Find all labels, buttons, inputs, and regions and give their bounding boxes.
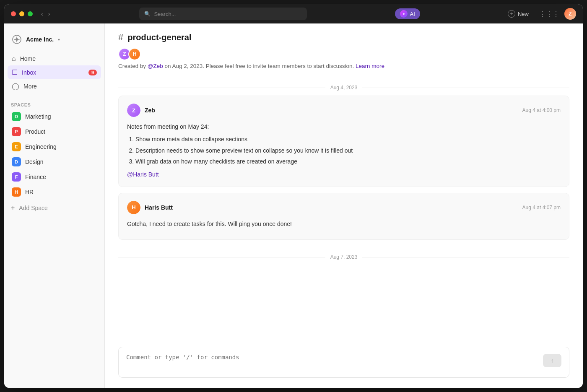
grid-icon[interactable]: ⋮⋮⋮ (539, 10, 559, 18)
forward-button[interactable]: › (47, 10, 52, 18)
back-button[interactable]: ‹ (39, 10, 45, 18)
sidebar-item-product[interactable]: P Product (8, 124, 101, 139)
description-prefix: Created by (118, 63, 148, 69)
product-badge: P (12, 127, 21, 136)
engineering-badge: E (12, 142, 21, 151)
list-item-1: Show more meta data on collapse sections (135, 135, 561, 144)
message-author-zeb: Z Zeb (127, 104, 155, 117)
svg-point-1 (16, 38, 18, 41)
hr-badge: H (12, 187, 21, 197)
sidebar-item-inbox[interactable]: ☐ Inbox 9 (8, 65, 101, 79)
message-time-haris: Aug 4 at 4:07 pm (522, 205, 561, 210)
add-space-button[interactable]: + Add Space (4, 201, 104, 215)
marketing-badge: D (12, 112, 21, 121)
comment-input[interactable] (126, 354, 543, 371)
ai-button[interactable]: ✦ AI (395, 8, 420, 19)
channel-header: # product-general Z H Created by @Zeb on… (105, 23, 583, 76)
title-bar: ‹ › 🔍 ✦ AI + New ⋮⋮⋮ Z (4, 4, 583, 23)
list-item-3: Will grab data on how many checklists ar… (135, 157, 561, 166)
more-label: More (23, 83, 37, 90)
author-name-haris: Haris Butt (145, 204, 173, 211)
new-label: New (518, 11, 529, 17)
close-button[interactable] (11, 11, 16, 16)
workspace-header[interactable]: Acme Inc. ▾ (4, 30, 104, 52)
title-bar-right: + New ⋮⋮⋮ Z (508, 8, 576, 20)
description-mention: @Zeb (148, 63, 163, 69)
workspace-logo (11, 34, 23, 45)
nav-arrows: ‹ › (39, 10, 52, 18)
avatar-haris: H (127, 201, 140, 214)
send-button[interactable]: ↑ (543, 354, 561, 367)
sidebar-item-hr[interactable]: H HR (8, 184, 101, 200)
plus-circle-icon: + (508, 10, 515, 18)
more-icon: ◯ (12, 82, 19, 90)
message-header-haris: H Haris Butt Aug 4 at 4:07 pm (127, 201, 561, 214)
divider (534, 10, 534, 18)
messages-area: Aug 4, 2023 Z Zeb Aug 4 at 4:00 pm (105, 76, 583, 340)
add-space-label: Add Space (19, 205, 48, 211)
channel-title-row: # product-general (118, 32, 569, 43)
chevron-down-icon: ▾ (58, 37, 60, 42)
description-suffix: on Aug 2, 2023. Please feel free to invi… (163, 63, 356, 69)
finance-badge: F (12, 172, 21, 182)
channel-area: # product-general Z H Created by @Zeb on… (105, 23, 583, 388)
sidebar-item-finance[interactable]: F Finance (8, 169, 101, 184)
nav-items: ⌂ Home ☐ Inbox 9 ◯ More (4, 52, 104, 93)
sidebar-item-more[interactable]: ◯ More (8, 79, 101, 93)
new-button[interactable]: + New (508, 10, 529, 18)
sidebar-item-marketing[interactable]: D Marketing (8, 109, 101, 124)
message-card-haris: H Haris Butt Aug 4 at 4:07 pm Gotcha, I … (118, 193, 569, 240)
author-name-zeb: Zeb (145, 107, 155, 114)
sidebar-item-engineering[interactable]: E Engineering (8, 139, 101, 154)
product-label: Product (25, 128, 45, 135)
learn-more-link[interactable]: Learn more (356, 63, 384, 69)
home-label: Home (20, 55, 36, 62)
comment-box: ↑ (118, 347, 569, 378)
search-bar[interactable]: 🔍 (139, 8, 307, 20)
date-divider-aug4: Aug 4, 2023 (118, 76, 569, 96)
search-input[interactable] (154, 11, 302, 17)
message-header-zeb: Z Zeb Aug 4 at 4:00 pm (127, 104, 561, 117)
date-divider-aug7: Aug 7, 2023 (118, 246, 569, 265)
engineering-label: Engineering (25, 143, 57, 150)
date-aug7: Aug 7, 2023 (330, 254, 358, 260)
design-badge: D (12, 157, 21, 166)
traffic-lights (11, 11, 33, 16)
avatar-zeb: Z (127, 104, 140, 117)
channel-title: product-general (127, 33, 191, 42)
sidebar: Acme Inc. ▾ ⌂ Home ☐ Inbox 9 ◯ More Spa (4, 23, 105, 388)
message-time-zeb: Aug 4 at 4:00 pm (522, 107, 561, 113)
spaces-section-label: Spaces (4, 100, 104, 109)
design-label: Design (25, 158, 44, 165)
search-icon: 🔍 (144, 11, 151, 17)
message-author-haris: H Haris Butt (127, 201, 173, 214)
finance-label: Finance (25, 174, 46, 180)
mention-haris[interactable]: @Haris Butt (127, 171, 159, 178)
user-avatar[interactable]: Z (564, 8, 576, 20)
member-avatars: Z H (118, 48, 569, 60)
marketing-label: Marketing (25, 113, 51, 120)
message-card-zeb: Z Zeb Aug 4 at 4:00 pm Notes from meetin… (118, 96, 569, 187)
sidebar-item-design[interactable]: D Design (8, 154, 101, 169)
add-icon: + (11, 204, 15, 212)
ai-icon: ✦ (400, 10, 408, 18)
date-aug4: Aug 4, 2023 (330, 85, 358, 91)
space-items: D Marketing P Product E Engineering D De… (4, 109, 104, 200)
inbox-badge: 9 (88, 70, 97, 75)
send-icon: ↑ (551, 357, 554, 364)
ai-label: AI (410, 11, 415, 17)
sidebar-item-home[interactable]: ⌂ Home (8, 52, 101, 65)
minimize-button[interactable] (19, 11, 24, 16)
inbox-label: Inbox (22, 69, 36, 76)
member-avatar-haris: H (128, 48, 141, 60)
message-text-haris: Gotcha, I need to create tasks for this.… (127, 219, 561, 228)
comment-box-area: ↑ (105, 340, 583, 388)
list-item-2: Description needs to show some preview t… (135, 146, 561, 155)
message-list: Show more meta data on collapse sections… (127, 135, 561, 166)
hr-label: HR (25, 189, 34, 195)
message-intro: Notes from meeting on May 24: (127, 122, 561, 131)
maximize-button[interactable] (28, 11, 33, 16)
message-body-haris: Gotcha, I need to create tasks for this.… (127, 219, 561, 228)
inbox-icon: ☐ (12, 68, 18, 76)
hash-icon: # (118, 32, 123, 43)
